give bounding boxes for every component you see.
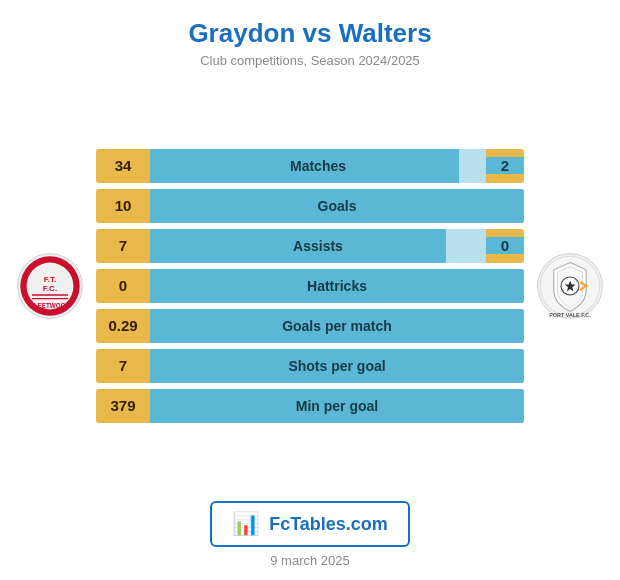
page-subtitle: Club competitions, Season 2024/2025 <box>188 53 431 68</box>
stat-left-value: 0 <box>96 277 150 294</box>
stat-row-shots-per-goal: 7Shots per goal <box>96 349 524 383</box>
fctables-banner[interactable]: 📊 FcTables.com <box>210 501 410 547</box>
stat-row-hattricks: 0Hattricks <box>96 269 524 303</box>
page-container: Graydon vs Walters Club competitions, Se… <box>0 0 620 580</box>
svg-text:FLEETWOOD: FLEETWOOD <box>30 301 71 308</box>
stat-label: Goals <box>318 198 357 214</box>
stat-left-value: 0.29 <box>96 317 150 334</box>
right-team-logo: PORT VALE F.C. <box>530 250 610 322</box>
stat-label: Shots per goal <box>288 358 385 374</box>
stat-label-area: Matches <box>150 149 486 183</box>
stats-area: 34Matches210Goals7Assists00Hattricks0.29… <box>90 149 530 423</box>
stat-row-matches: 34Matches2 <box>96 149 524 183</box>
svg-text:F.T.: F.T. <box>44 274 57 283</box>
stat-label: Min per goal <box>296 398 378 414</box>
header: Graydon vs Walters Club competitions, Se… <box>188 0 431 72</box>
stat-label: Goals per match <box>282 318 392 334</box>
stat-label: Hattricks <box>307 278 367 294</box>
stat-right-value: 0 <box>486 237 524 254</box>
stat-left-value: 34 <box>96 157 150 174</box>
stat-label-area: Shots per goal <box>150 349 524 383</box>
stat-row-min-per-goal: 379Min per goal <box>96 389 524 423</box>
stat-left-value: 379 <box>96 397 150 414</box>
left-team-logo: F.T. F.C. FLEETWOOD <box>10 250 90 322</box>
svg-text:F.C.: F.C. <box>43 284 57 293</box>
page-title: Graydon vs Walters <box>188 18 431 49</box>
svg-text:PORT VALE F.C.: PORT VALE F.C. <box>549 311 591 317</box>
stat-label: Assists <box>293 238 343 254</box>
stat-row-assists: 7Assists0 <box>96 229 524 263</box>
stat-label-area: Goals per match <box>150 309 524 343</box>
stat-row-goals: 10Goals <box>96 189 524 223</box>
stat-label-area: Hattricks <box>150 269 524 303</box>
stat-left-value: 7 <box>96 357 150 374</box>
stat-label-area: Min per goal <box>150 389 524 423</box>
fctables-icon: 📊 <box>232 511 259 537</box>
stat-right-value: 2 <box>486 157 524 174</box>
main-area: F.T. F.C. FLEETWOOD 34Matches210Goals7As… <box>0 72 620 489</box>
stat-label: Matches <box>290 158 346 174</box>
stat-left-value: 10 <box>96 197 150 214</box>
stat-label-area: Assists <box>150 229 486 263</box>
fctables-text: FcTables.com <box>269 514 388 535</box>
footer-date: 9 march 2025 <box>270 553 350 568</box>
stat-label-area: Goals <box>150 189 524 223</box>
stat-left-value: 7 <box>96 237 150 254</box>
stat-row-goals-per-match: 0.29Goals per match <box>96 309 524 343</box>
